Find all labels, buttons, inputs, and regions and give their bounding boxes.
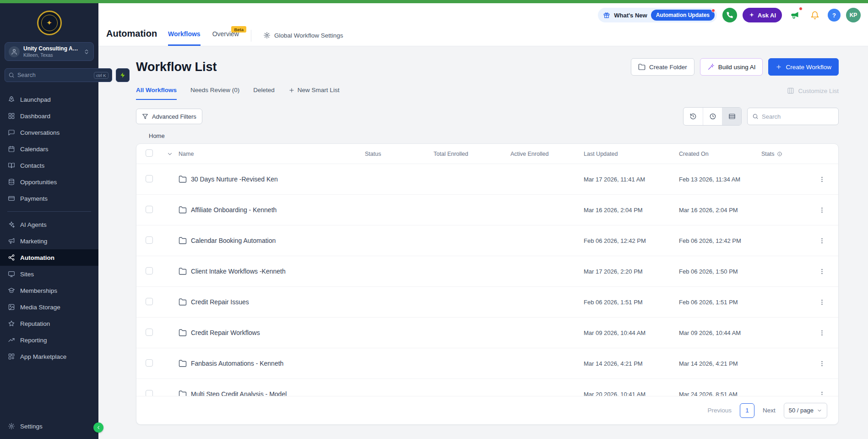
sidebar-item-app-marketplace[interactable]: App Marketplace [0, 348, 98, 365]
workflow-folder-name[interactable]: Fanbasis Automations - Kenneth [191, 360, 283, 367]
workflow-folder-name[interactable]: Multi Step Credit Analysis - Model [191, 390, 287, 396]
row-checkbox[interactable] [146, 175, 153, 182]
phone-button[interactable] [722, 8, 737, 22]
row-menu-button[interactable] [814, 172, 829, 187]
sidebar-item-sites[interactable]: Sites [0, 266, 98, 282]
customize-list-button[interactable]: Customize List [787, 87, 839, 100]
table-row[interactable]: 30 Days Nurture -Revised Ken Mar 17 2026… [136, 164, 838, 195]
quick-actions-button[interactable] [116, 68, 130, 82]
table-row[interactable]: Affiliate Onboarding - Kenneth Mar 16 20… [136, 195, 838, 225]
whats-new-label: What's New [614, 12, 647, 19]
sidebar-item-settings[interactable]: Settings [0, 418, 98, 434]
sidebar-item-media-storage[interactable]: Media Storage [0, 299, 98, 315]
sidebar-item-reputation[interactable]: Reputation [0, 315, 98, 332]
row-checkbox[interactable] [146, 390, 153, 396]
sidebar-item-opportunities[interactable]: Opportunities [0, 174, 98, 190]
tab-all-workflows[interactable]: All Workflows [136, 87, 177, 100]
select-all-checkbox[interactable] [146, 149, 153, 157]
row-checkbox[interactable] [146, 359, 153, 367]
table-row[interactable]: Calendar Booking Automation Feb 06 2026,… [136, 225, 838, 256]
whats-new-button[interactable]: What's New Automation Updates [598, 8, 717, 22]
column-header-created-on[interactable]: Created On [679, 151, 761, 157]
global-workflow-settings-button[interactable]: Global Workflow Settings [263, 32, 343, 46]
row-menu-button[interactable] [814, 203, 829, 217]
advanced-filters-button[interactable]: Advanced Filters [136, 109, 202, 124]
list-view-button[interactable] [722, 108, 741, 125]
history-view-button[interactable] [684, 108, 703, 125]
announcements-button[interactable] [787, 8, 802, 22]
workflow-folder-name[interactable]: Credit Repair Workflows [191, 329, 260, 336]
column-header-last-updated[interactable]: Last Updated [584, 151, 679, 157]
sidebar-item-memberships[interactable]: Memberships [0, 282, 98, 299]
row-menu-button[interactable] [814, 387, 829, 396]
table-row[interactable]: Credit Repair Issues Feb 06 2026, 1:51 P… [136, 287, 838, 318]
row-menu-button[interactable] [814, 233, 829, 248]
sidebar-item-contacts[interactable]: Contacts [0, 157, 98, 174]
workflow-folder-name[interactable]: 30 Days Nurture -Revised Ken [191, 176, 278, 183]
sidebar-item-ai-agents[interactable]: AI Agents [0, 216, 98, 233]
sidebar-item-conversations[interactable]: Conversations [0, 124, 98, 141]
page-size-select[interactable]: 50 / page [784, 403, 827, 418]
table-row[interactable]: Client Intake Workflows -Kenneth Mar 17 … [136, 256, 838, 287]
user-avatar[interactable]: KP [846, 8, 861, 22]
row-checkbox[interactable] [146, 206, 153, 213]
notifications-button[interactable] [808, 8, 822, 22]
tab-deleted[interactable]: Deleted [253, 87, 275, 100]
automation-updates-badge[interactable]: Automation Updates [651, 10, 715, 21]
tab-overview[interactable]: Overview Beta [212, 30, 239, 46]
tab-needs-review[interactable]: Needs Review (0) [190, 87, 239, 100]
previous-page-button[interactable]: Previous [707, 407, 732, 414]
sidebar-item-label: AI Agents [20, 221, 47, 228]
table-row[interactable]: Multi Step Credit Analysis - Model Mar 2… [136, 379, 838, 396]
account-switcher[interactable]: Unity Consulting Ad... Killeen, Texas [5, 42, 94, 61]
column-header-stats[interactable]: Stats [761, 151, 809, 157]
sidebar-item-launchpad[interactable]: Launchpad [0, 91, 98, 108]
sidebar-search[interactable]: ctrl K [5, 68, 112, 82]
new-smart-list-button[interactable]: New Smart List [288, 87, 340, 100]
sidebar-item-payments[interactable]: Payments [0, 190, 98, 207]
workflow-folder-name[interactable]: Calendar Booking Automation [191, 237, 276, 244]
sidebar-collapse-button[interactable] [93, 423, 103, 433]
current-page-button[interactable]: 1 [740, 403, 754, 418]
column-header-status[interactable]: Status [365, 151, 434, 157]
ask-ai-button[interactable]: Ask AI [743, 8, 782, 22]
row-checkbox[interactable] [146, 298, 153, 305]
build-using-ai-button[interactable]: Build using AI [700, 58, 763, 76]
sidebar-search-input[interactable] [17, 72, 91, 78]
select-dropdown-icon[interactable] [167, 151, 173, 157]
workflow-search-input[interactable] [762, 113, 834, 120]
magic-wand-icon [707, 63, 715, 71]
tab-workflows[interactable]: Workflows [168, 30, 201, 46]
breadcrumb-home[interactable]: Home [136, 132, 839, 139]
sidebar-item-reporting[interactable]: Reporting [0, 332, 98, 348]
table-row[interactable]: Credit Repair Workflows Mar 09 2026, 10:… [136, 318, 838, 348]
funnel-icon [142, 113, 148, 120]
workflow-search[interactable] [747, 108, 839, 125]
create-folder-button[interactable]: Create Folder [631, 58, 694, 76]
row-menu-button[interactable] [814, 295, 829, 309]
row-checkbox[interactable] [146, 236, 153, 244]
column-header-total-enrolled[interactable]: Total Enrolled [434, 151, 510, 157]
workflow-folder-name[interactable]: Affiliate Onboarding - Kenneth [191, 206, 277, 214]
workflow-folder-name[interactable]: Credit Repair Issues [191, 298, 249, 306]
workflow-folder-name[interactable]: Client Intake Workflows -Kenneth [191, 268, 286, 275]
column-header-active-enrolled[interactable]: Active Enrolled [510, 151, 584, 157]
help-button[interactable]: ? [828, 9, 841, 22]
sidebar-item-calendars[interactable]: Calendars [0, 141, 98, 157]
sidebar-item-marketing[interactable]: Marketing [0, 233, 98, 249]
last-updated-cell: Mar 20 2026, 10:41 AM [584, 391, 679, 396]
sidebar-item-dashboard[interactable]: Dashboard [0, 108, 98, 124]
table-row[interactable]: Fanbasis Automations - Kenneth Mar 14 20… [136, 348, 838, 379]
create-workflow-button[interactable]: Create Workflow [768, 58, 839, 76]
row-checkbox[interactable] [146, 329, 153, 336]
row-menu-button[interactable] [814, 264, 829, 279]
table-header-row: Name Status Total Enrolled Active Enroll… [136, 144, 838, 164]
column-header-name[interactable]: Name [179, 151, 365, 157]
sidebar-item-automation[interactable]: Automation [0, 249, 98, 266]
row-menu-button[interactable] [814, 356, 829, 371]
row-checkbox[interactable] [146, 267, 153, 274]
clock-view-button[interactable] [703, 108, 722, 125]
last-updated-cell: Mar 16 2026, 2:04 PM [584, 207, 679, 214]
next-page-button[interactable]: Next [763, 407, 776, 414]
row-menu-button[interactable] [814, 325, 829, 340]
